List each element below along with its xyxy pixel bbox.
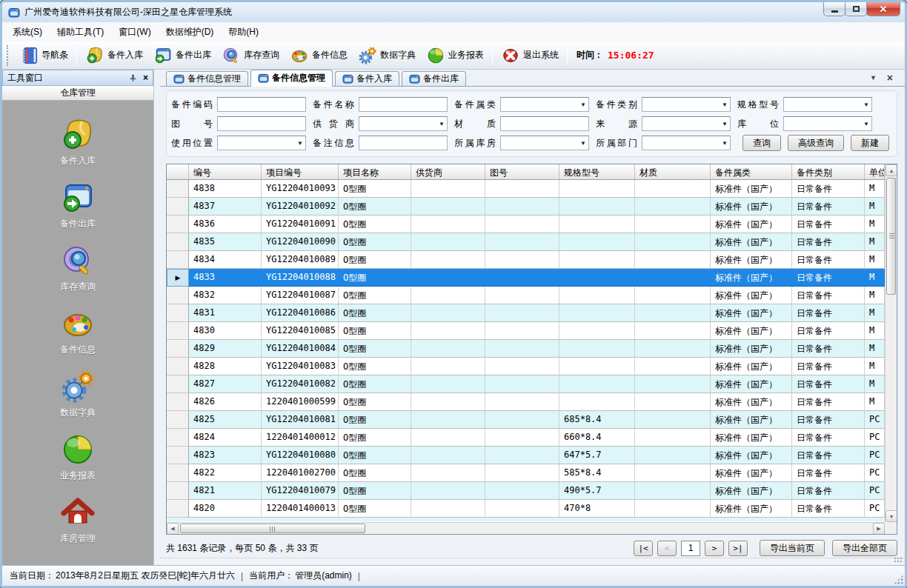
horizontal-scroll-thumb[interactable] — [180, 524, 365, 533]
column-header-单位[interactable]: 单位 — [865, 164, 885, 179]
材质-input[interactable] — [500, 116, 589, 131]
toolbar-item-parts-info[interactable]: 备件信息 — [285, 44, 353, 67]
sidebar-item-parts-info[interactable]: 备件信息 — [2, 306, 153, 356]
所属部门-combo[interactable]: ▼ — [642, 136, 731, 150]
page-number-box[interactable]: 1 — [681, 541, 700, 556]
horizontal-scrollbar[interactable]: ◀ ▶ — [167, 522, 885, 534]
toolbar-item-parts-out[interactable]: 备件出库 — [148, 44, 216, 67]
menu-item-3[interactable]: 窗口(W) — [111, 23, 158, 41]
toolbar-item-parts-in[interactable]: 备件入库 — [80, 44, 148, 67]
next-page-button[interactable]: > — [705, 541, 724, 556]
close-button[interactable]: ✕ — [866, 2, 900, 16]
column-header-备件属类[interactable]: 备件属类 — [711, 164, 792, 179]
tool-window-close-icon[interactable]: × — [143, 73, 148, 83]
toolbar-grip[interactable] — [7, 45, 10, 66]
tab-3[interactable]: 备件入库 — [335, 71, 399, 86]
来源-combo[interactable]: ▼ — [642, 116, 731, 131]
table-row[interactable]: 4836YG12204010091O型圈标准件（国产）日常备件M — [167, 216, 885, 233]
table-row[interactable]: 48241220401400012O型圈660*8.4标准件（国产）日常备件PC — [167, 429, 885, 447]
备件属类-combo[interactable]: ▼ — [500, 97, 589, 112]
vertical-scroll-thumb[interactable] — [886, 178, 896, 295]
sidebar-item-parts-out[interactable]: 备件出库 — [2, 180, 153, 230]
table-row[interactable]: 4834YG12204010089O型圈标准件（国产）日常备件M — [167, 251, 885, 269]
scroll-down-icon[interactable]: ▼ — [886, 510, 897, 522]
table-row[interactable]: 48261220401000599O型圈标准件（国产）日常备件M — [167, 393, 885, 411]
pin-icon[interactable] — [129, 74, 137, 82]
sidebar-splitter[interactable] — [154, 70, 160, 565]
advanced-query-button[interactable]: 高级查询 — [788, 135, 844, 151]
table-row[interactable]: 4829YG12204010084O型圈标准件（国产）日常备件M — [167, 340, 885, 358]
column-header-项目编号[interactable]: 项目编号 — [262, 164, 339, 179]
scroll-right-icon[interactable]: ▶ — [873, 523, 885, 535]
库位-combo[interactable]: ▼ — [783, 116, 872, 131]
规格型号-combo[interactable]: ▼ — [783, 97, 872, 112]
table-cell — [635, 198, 711, 216]
menu-item-4[interactable]: 数据维护(D) — [159, 23, 222, 41]
table-row[interactable]: 4831YG12204010086O型圈标准件（国产）日常备件M — [167, 304, 885, 322]
table-row[interactable]: 4832YG12204010087O型圈标准件（国产）日常备件M — [167, 287, 885, 304]
备件名称-input[interactable] — [359, 97, 448, 112]
column-header-供货商[interactable]: 供货商 — [411, 164, 485, 179]
new-button[interactable]: 新建 — [851, 135, 889, 151]
maximize-button[interactable] — [845, 2, 867, 16]
table-row[interactable]: 4838YG12204010093O型圈标准件（国产）日常备件M — [167, 180, 885, 198]
scroll-left-icon[interactable]: ◀ — [167, 523, 179, 535]
table-row[interactable]: 4837YG12204010092O型圈标准件（国产）日常备件M — [167, 198, 885, 216]
toolbar-item-report[interactable]: 业务报表 — [421, 44, 489, 67]
menu-item-5[interactable]: 帮助(H) — [221, 23, 266, 41]
备件编码-input[interactable] — [217, 97, 306, 112]
table-row[interactable]: 4830YG12204010085O型圈标准件（国产）日常备件M — [167, 322, 885, 340]
column-header-材质[interactable]: 材质 — [635, 164, 711, 179]
table-row[interactable]: 4828YG12204010083O型圈标准件（国产）日常备件M — [167, 358, 885, 375]
toolbar-item-exit[interactable]: 退出系统 — [496, 44, 564, 67]
vertical-scrollbar[interactable]: ▲ ▼ — [885, 164, 897, 522]
sidebar-item-stock-query[interactable]: 库存查询 — [2, 243, 153, 293]
column-header-规格型号[interactable]: 规格型号 — [559, 164, 635, 179]
所属库房-combo[interactable]: ▼ — [500, 136, 589, 150]
resize-grip-icon[interactable] — [894, 575, 903, 584]
column-header-图号[interactable]: 图号 — [485, 164, 559, 179]
export-current-page-button[interactable]: 导出当前页 — [760, 540, 825, 556]
minimize-button[interactable] — [823, 2, 845, 16]
sidebar-item-parts-in[interactable]: 备件入库 — [2, 117, 153, 167]
sidebar-item-warehouse[interactable]: 库房管理 — [2, 495, 153, 545]
table-row[interactable]: 4835YG12204010090O型圈标准件（国产）日常备件M — [167, 233, 885, 251]
table-row[interactable]: 4821YG12204010079O型圈490*5.7标准件（国产）日常备件PC — [167, 482, 885, 500]
sidebar-item-report[interactable]: 业务报表 — [2, 432, 153, 482]
last-page-button[interactable]: >| — [728, 541, 748, 556]
sidebar-group-header[interactable]: 仓库管理 — [2, 86, 153, 101]
report-icon — [426, 46, 445, 65]
column-header-备件类别[interactable]: 备件类别 — [792, 164, 865, 179]
toolbar-item-data-dict[interactable]: 数据字典 — [353, 44, 421, 67]
table-row[interactable]: 4825YG12204010081O型圈685*8.4标准件（国产）日常备件PC — [167, 411, 885, 429]
table-cell — [485, 269, 559, 287]
table-row[interactable]: 4823YG12204010080O型圈647*5.7标准件（国产）日常备件PC — [167, 447, 885, 464]
prev-page-button[interactable]: < — [657, 541, 677, 556]
query-button[interactable]: 查询 — [742, 135, 781, 151]
sidebar-item-data-dict[interactable]: 数据字典 — [2, 369, 153, 419]
table-row[interactable]: 48221220401002700O型圈585*8.4标准件（国产）日常备件PC — [167, 464, 885, 482]
tab-4[interactable]: 备件出库 — [402, 71, 466, 86]
使用位置-combo[interactable]: ▼ — [217, 136, 306, 150]
scroll-up-icon[interactable]: ▲ — [886, 164, 897, 176]
first-page-button[interactable]: |< — [634, 541, 653, 556]
menu-item-1[interactable]: 系统(S) — [5, 23, 50, 41]
table-row[interactable]: 4827YG12204010082O型圈标准件（国产）日常备件M — [167, 375, 885, 393]
供货商-combo[interactable]: ▼ — [359, 116, 448, 131]
table-row[interactable]: 48201220401400013O型圈470*8标准件（国产）日常备件PC — [167, 500, 885, 518]
图号-input[interactable] — [217, 116, 306, 131]
tab-close-icon[interactable]: × — [887, 73, 893, 83]
menu-item-2[interactable]: 辅助工具(T) — [50, 23, 111, 41]
column-header-项目名称[interactable]: 项目名称 — [339, 164, 411, 179]
toolbar-item-notebook[interactable]: 导航条 — [14, 44, 73, 67]
app-icon — [8, 7, 20, 19]
备注信息-input[interactable] — [359, 136, 448, 150]
tab-1[interactable]: 备件信息管理 — [166, 71, 248, 86]
table-row-selected[interactable]: ▶4833YG12204010088O型圈标准件（国产）日常备件M — [167, 269, 885, 287]
tab-2-active[interactable]: 备件信息管理 — [250, 70, 333, 87]
column-header-编号[interactable]: 编号 — [189, 164, 262, 179]
tab-list-chevron-down-icon[interactable]: ▼ — [870, 74, 877, 81]
export-all-pages-button[interactable]: 导出全部页 — [832, 540, 897, 556]
备件类别-combo[interactable]: ▼ — [642, 97, 731, 112]
toolbar-item-stock-query[interactable]: 库存查询 — [216, 44, 285, 67]
